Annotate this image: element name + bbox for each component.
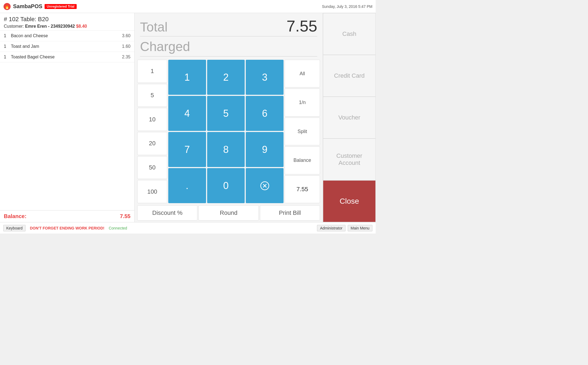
customer-line: Customer: Emre Eren - 2349230942 $8.40	[4, 24, 130, 29]
status-warning: DON'T FORGET ENDING WORK PERIOD!	[30, 226, 104, 230]
customer-account-button[interactable]: Customer Account	[323, 139, 376, 180]
split-button[interactable]: Split	[285, 118, 320, 145]
charged-divider	[140, 56, 317, 56]
administrator-button[interactable]: Administrator	[317, 225, 345, 231]
main-menu-button[interactable]: Main Menu	[348, 225, 372, 231]
quick-amount-button[interactable]: 5	[137, 84, 167, 107]
bottom-buttons: Discount %RoundPrint Bill	[135, 204, 323, 222]
customer-label: Customer:	[4, 24, 24, 29]
main-panel: Total 7.55 Charged 15102050100 123456789…	[135, 13, 323, 222]
numpad-area: 15102050100 123456789.0 All1/nSplitBalan…	[135, 59, 323, 204]
numpad-key-9[interactable]: 9	[246, 132, 284, 167]
credit-card-button[interactable]: Credit Card	[323, 55, 376, 97]
item-name: Toasted Bagel Cheese	[11, 55, 122, 59]
order-number: # 102 Table: B20	[4, 16, 130, 23]
status-connected: Connected	[109, 226, 127, 230]
datetime: Sunday, July 3, 2016 5:47 PM	[322, 4, 372, 9]
item-price: 2.35	[122, 55, 130, 59]
quick-amounts: 15102050100	[137, 59, 167, 204]
quick-amount-button[interactable]: 20	[137, 132, 167, 155]
item-qty: 1	[4, 55, 9, 59]
list-item[interactable]: 1 Toasted Bagel Cheese 2.35	[0, 52, 134, 62]
totals-area: Total 7.55 Charged	[135, 13, 323, 59]
voucher-button[interactable]: Voucher	[323, 97, 376, 139]
keyboard-button[interactable]: Keyboard	[3, 225, 26, 231]
item-name: Toast and Jam	[11, 44, 122, 49]
numpad-key-3[interactable]: 3	[246, 60, 284, 95]
item-name: Bacon and Cheese	[11, 33, 122, 38]
print-bill-button[interactable]: Print Bill	[260, 205, 320, 221]
close-button[interactable]: Close	[323, 180, 376, 222]
discount-button[interactable]: Discount %	[137, 205, 197, 221]
total-value: 7.55	[287, 17, 317, 35]
numpad-key-2[interactable]: 2	[207, 60, 245, 95]
item-qty: 1	[4, 33, 9, 38]
numpad-key-0[interactable]: 0	[207, 168, 245, 203]
numpad-key-4[interactable]: 4	[168, 96, 206, 131]
numpad-key-8[interactable]: 8	[207, 132, 245, 167]
balance-label: Balance:	[4, 213, 26, 219]
numpad-right-actions: All1/nSplitBalance7.55	[285, 59, 320, 204]
app-name: SambaPOS	[13, 3, 42, 10]
numpad-key-1[interactable]: 1	[168, 60, 206, 95]
list-item[interactable]: 1 Bacon and Cheese 3.60	[0, 31, 134, 41]
status-right: Administrator Main Menu	[317, 225, 372, 231]
numpad-key-6[interactable]: 6	[246, 96, 284, 131]
all-button[interactable]: All	[285, 60, 320, 87]
unregistered-badge: Unregistered Trial	[45, 4, 77, 9]
customer-name: Emre Eren - 2349230942	[25, 24, 75, 29]
total-label: Total	[140, 20, 167, 34]
order-header: # 102 Table: B20 Customer: Emre Eren - 2…	[0, 13, 134, 31]
quick-amount-button[interactable]: 50	[137, 156, 167, 179]
charged-label: Charged	[140, 37, 317, 54]
status-left: Keyboard DON'T FORGET ENDING WORK PERIOD…	[3, 225, 127, 231]
cash-button[interactable]: Cash	[323, 13, 376, 55]
total-row: Total 7.55	[140, 17, 317, 35]
quick-amount-button[interactable]: 1	[137, 60, 167, 83]
cancel-button[interactable]	[246, 168, 284, 203]
round-button[interactable]: Round	[198, 205, 259, 221]
item-qty: 1	[4, 44, 9, 49]
quick-amount-button[interactable]: 10	[137, 108, 167, 131]
numpad-key-5[interactable]: 5	[207, 96, 245, 131]
svg-text:🔥: 🔥	[4, 4, 10, 9]
sambapos-logo-icon: 🔥	[3, 3, 11, 10]
total-divider	[140, 36, 317, 36]
logo-area: 🔥 SambaPOS Unregistered Trial	[3, 3, 77, 10]
quick-amount-button[interactable]: 100	[137, 180, 167, 203]
one-n-button[interactable]: 1/n	[285, 89, 320, 116]
item-price: 1.60	[122, 44, 130, 49]
status-bar: Keyboard DON'T FORGET ENDING WORK PERIOD…	[0, 222, 376, 234]
numpad-key-7[interactable]: 7	[168, 132, 206, 167]
top-bar: 🔥 SambaPOS Unregistered Trial Sunday, Ju…	[0, 0, 376, 13]
cancel-icon	[260, 181, 270, 191]
list-item[interactable]: 1 Toast and Jam 1.60	[0, 41, 134, 52]
balance-row: Balance: 7.55	[0, 210, 134, 222]
item-price: 3.60	[122, 33, 130, 38]
left-panel: # 102 Table: B20 Customer: Emre Eren - 2…	[0, 13, 135, 222]
numpad-key-.[interactable]: .	[168, 168, 206, 203]
balance-button[interactable]: Balance	[285, 146, 320, 174]
balance-value: 7.55	[120, 213, 130, 219]
numpad-grid: 123456789.0	[168, 59, 284, 204]
right-panel: CashCredit CardVoucherCustomer AccountCl…	[323, 13, 376, 222]
order-items-list: 1 Bacon and Cheese 3.60 1 Toast and Jam …	[0, 31, 134, 210]
customer-amount: $8.40	[76, 24, 87, 29]
value-display[interactable]: 7.55	[285, 175, 320, 203]
